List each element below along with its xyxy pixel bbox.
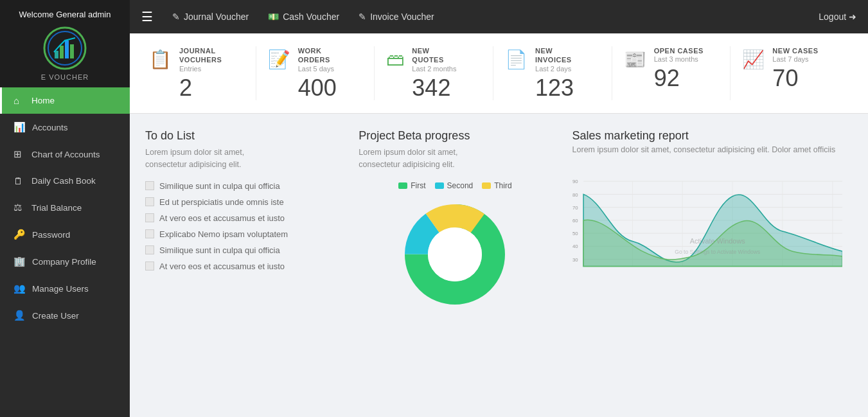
new-cases-value: 70 [772,66,818,91]
invoice-voucher-icon: ✎ [359,12,366,22]
chart-of-accounts-icon: ⊞ [13,148,25,160]
work-orders-sublabel: Last 5 days [298,65,337,73]
svg-text:80: 80 [572,192,578,198]
new-quotes-value: 342 [412,75,456,101]
sidebar-item-create-user[interactable]: 👤 Create User [0,302,130,329]
todo-item-label: At vero eos et accusamus et iusto [159,262,285,271]
todo-item-label: Similique sunt in culpa qui officia [159,181,280,191]
manage-users-icon: 👥 [13,283,26,294]
work-orders-icon: 📝 [268,49,290,70]
sidebar-item-daily-cash-book[interactable]: 🗒 Daily Cash Book [0,168,130,194]
area-chart: 90 80 70 60 50 40 30 [572,161,842,302]
sidebar-item-label: Password [32,230,70,240]
sidebar-item-label: Create User [32,311,79,321]
sidebar-nav: ⌂ Home📊 Accounts⊞ Chart of Accounts🗒 Dai… [0,87,130,417]
new-invoices-text: NEWINVOICES Last 2 days 123 [535,46,574,100]
legend-label: Third [494,181,511,190]
legend-item: First [398,181,425,190]
svg-rect-2 [55,51,58,58]
sidebar: Welcome General admin E VOUCHER ⌂ Home📊 … [0,0,130,417]
sidebar-item-label: Manage Users [32,284,89,294]
journal-voucher-link[interactable]: ✎ Journal Voucher [172,12,249,22]
donut-chart-area: First Second Third [359,181,551,312]
create-user-icon: 👤 [13,310,26,321]
sales-report-section: Sales marketing report Lorem ipsum dolor… [562,129,853,312]
new-quotes-icon: 🗃 [386,49,404,70]
legend-color [435,182,444,189]
main-area: ☰ ✎ Journal Voucher 💵 Cash Voucher ✎ Inv… [130,0,868,417]
svg-text:Activate Windows: Activate Windows [689,238,745,245]
todo-section: To do List Lorem ipsum dolor sit amet,co… [145,129,348,312]
todo-checkbox[interactable] [145,262,154,271]
todo-list: Similique sunt in culpa qui officia Ed u… [145,181,338,271]
todo-item-label: Explicabo Nemo ipsam voluptatem [159,229,288,239]
svg-rect-4 [65,40,69,58]
sidebar-item-home[interactable]: ⌂ Home [0,87,130,114]
svg-text:60: 60 [572,218,578,224]
main-content: 📋 JOURNALVOCUHERS Entries 2 📝 WORKORDERS… [130,33,868,417]
accounts-icon: 📊 [13,121,26,133]
sidebar-logo [42,26,87,71]
sidebar-item-company-profile[interactable]: 🏢 Company Profile [0,248,130,275]
project-beta-section: Project Beta progress Lorem ipsum dolor … [348,129,562,312]
sidebar-toggle-button[interactable]: ☰ [141,9,153,24]
sidebar-item-label: Daily Cash Book [31,176,96,186]
logout-button[interactable]: Logout ➜ [819,12,856,22]
todo-item: At vero eos et accusamus et iusto [145,213,338,223]
journal-vouchers-icon: 📋 [149,49,172,70]
new-quotes-sublabel: Last 2 months [412,65,456,73]
todo-item: Ed ut perspiciatis unde omnis iste [145,197,338,207]
sidebar-item-accounts[interactable]: 📊 Accounts [0,114,130,141]
open-cases-label: OPEN CASES [654,46,704,55]
sidebar-item-password[interactable]: 🔑 Password [0,221,130,248]
new-cases-icon: 📈 [742,49,765,70]
sidebar-item-chart-of-accounts[interactable]: ⊞ Chart of Accounts [0,141,130,168]
open-cases-icon: 📰 [624,49,646,70]
todo-item: At vero eos et accusamus et iusto [145,262,338,271]
todo-checkbox[interactable] [145,197,154,206]
sidebar-item-label: Company Profile [32,257,96,267]
svg-rect-3 [60,46,64,58]
journal-voucher-icon: ✎ [172,12,180,22]
todo-checkbox[interactable] [145,213,154,222]
todo-checkbox[interactable] [145,245,154,254]
new-invoices-label: NEWINVOICES [535,46,574,65]
sidebar-item-label: Chart of Accounts [31,150,100,159]
new-cases-text: NEW CASES Last 7 days 70 [772,46,818,91]
home-icon: ⌂ [13,95,25,106]
svg-text:70: 70 [572,205,578,211]
legend-item: Third [482,181,511,190]
stats-strip: 📋 JOURNALVOCUHERS Entries 2 📝 WORKORDERS… [130,33,868,114]
topbar: ☰ ✎ Journal Voucher 💵 Cash Voucher ✎ Inv… [130,0,868,33]
todo-title: To do List [145,129,338,143]
work-orders-text: WORKORDERS Last 5 days 400 [298,46,337,100]
journal-vouchers-text: JOURNALVOCUHERS Entries 2 [179,46,222,100]
todo-checkbox[interactable] [145,181,154,190]
topbar-nav: ✎ Journal Voucher 💵 Cash Voucher ✎ Invoi… [172,12,856,22]
cash-voucher-link[interactable]: 💵 Cash Voucher [268,12,339,22]
company-profile-icon: 🏢 [13,256,26,267]
svg-text:Go to Settings to Activate Win: Go to Settings to Activate Windows [675,249,760,255]
stat-open-cases: 📰 OPEN CASES Last 3 months 92 [612,46,731,100]
lower-content: To do List Lorem ipsum dolor sit amet,co… [130,114,868,312]
donut-chart [397,197,513,312]
new-quotes-text: NEWQUOTES Last 2 months 342 [412,46,456,100]
daily-cash-book-icon: 🗒 [13,175,25,186]
sales-report-title: Sales marketing report [572,129,842,143]
donut-legend: First Second Third [398,181,511,190]
svg-text:30: 30 [572,257,578,263]
stat-new-quotes: 🗃 NEWQUOTES Last 2 months 342 [375,46,493,100]
svg-rect-5 [70,44,74,58]
journal-vouchers-sublabel: Entries [179,65,222,73]
todo-checkbox[interactable] [145,229,154,238]
svg-text:90: 90 [572,179,578,184]
invoice-voucher-link[interactable]: ✎ Invoice Voucher [359,12,434,22]
sidebar-item-manage-users[interactable]: 👥 Manage Users [0,275,130,302]
stat-journal-vouchers: 📋 JOURNALVOCUHERS Entries 2 [149,46,256,100]
sidebar-item-trial-balance[interactable]: ⚖ Trial Balance [0,194,130,221]
trial-balance-icon: ⚖ [13,202,25,213]
todo-item: Similique sunt in culpa qui officia [145,181,338,191]
sidebar-welcome: Welcome General admin [6,9,123,21]
svg-text:50: 50 [572,231,578,236]
sidebar-item-label: Trial Balance [31,203,82,213]
